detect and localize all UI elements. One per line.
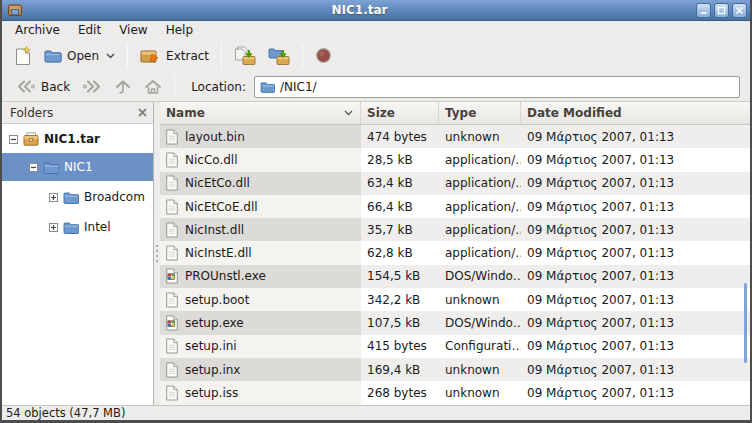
sidebar-title: Folders [10, 106, 53, 120]
column-header-size-label: Size [367, 106, 395, 120]
file-name-cell: NicInst.dll [160, 218, 361, 241]
open-folder-icon [44, 49, 62, 63]
tree-item-label: NIC1 [64, 160, 93, 174]
table-row[interactable]: setup.boot 342,2 kB unknown 09 Μάρτιος 2… [160, 288, 750, 311]
titlebar[interactable]: NIC1.tar [2, 0, 750, 21]
toolbar: Open Extract [2, 39, 750, 72]
file-name-cell: NicCo.dll [160, 148, 361, 171]
file-size: 66,4 kB [361, 195, 439, 218]
menu-help[interactable]: Help [157, 22, 202, 38]
table-row[interactable]: NicEtCoE.dll 66,4 kB application/… 09 Μά… [160, 195, 750, 218]
statusbar: 54 objects (47,7 MB) [2, 405, 750, 420]
sidebar-header: Folders [2, 102, 153, 124]
table-row[interactable]: NicInst.dll 35,7 kB application/… 09 Μάρ… [160, 218, 750, 241]
expand-expander-icon[interactable] [49, 223, 58, 232]
add-files-icon [234, 46, 256, 65]
table-row[interactable]: setup.ini 415 bytes Configurati… 09 Μάρτ… [160, 335, 750, 358]
table-row[interactable]: NicInstE.dll 62,8 kB application/… 09 Μά… [160, 241, 750, 264]
file-name: NicInst.dll [185, 223, 244, 237]
file-date: 09 Μάρτιος 2007, 01:13 [521, 195, 750, 218]
column-header-type-label: Type [445, 106, 476, 120]
column-header-size[interactable]: Size [361, 102, 439, 125]
file-type: Configurati… [439, 335, 521, 358]
minimize-button[interactable] [696, 3, 711, 18]
table-row[interactable]: setup.inx 169,4 kB unknown 09 Μάρτιος 20… [160, 358, 750, 381]
expand-expander-icon[interactable] [49, 193, 58, 202]
vertical-scrollbar[interactable] [744, 283, 747, 363]
file-icon [165, 222, 179, 238]
table-row[interactable]: NicEtCo.dll 63,4 kB application/… 09 Μάρ… [160, 172, 750, 195]
file-name-cell: layout.bin [160, 125, 361, 148]
file-name: setup.boot [185, 293, 249, 307]
new-archive-button[interactable] [9, 43, 38, 69]
up-button[interactable] [108, 76, 138, 98]
tree-item-intel[interactable]: Intel [2, 214, 153, 240]
file-date: 09 Μάρτιος 2007, 01:13 [521, 125, 750, 148]
back-button[interactable]: Back [10, 76, 76, 97]
executable-file-icon [165, 268, 179, 284]
file-list: Name Size Type Date Modified [160, 102, 750, 405]
folder-tree: NIC1.tar NIC1 [2, 124, 153, 405]
file-name: NicEtCoE.dll [185, 200, 258, 214]
column-header-name[interactable]: Name [160, 102, 361, 125]
collapse-expander-icon[interactable] [9, 135, 18, 144]
close-sidebar-icon[interactable] [138, 108, 147, 117]
column-header-date[interactable]: Date Modified [521, 102, 750, 125]
file-icon [165, 292, 179, 308]
open-button-label: Open [67, 49, 99, 63]
file-date: 09 Μάρτιος 2007, 01:13 [521, 358, 750, 381]
tree-item-nic1-tar[interactable]: NIC1.tar [2, 126, 153, 152]
extract-button-label: Extract [166, 49, 209, 63]
file-name-cell: NicEtCo.dll [160, 172, 361, 195]
menu-view[interactable]: View [110, 22, 156, 38]
file-icon [165, 385, 179, 401]
forward-button[interactable] [76, 76, 108, 97]
archive-icon [23, 132, 39, 146]
file-size: 154,5 kB [361, 265, 439, 288]
tree-item-nic1[interactable]: NIC1 [2, 153, 153, 181]
sort-chevron-down-icon [344, 110, 353, 116]
new-archive-icon [15, 46, 32, 66]
file-date: 09 Μάρτιος 2007, 01:13 [521, 265, 750, 288]
column-header-date-label: Date Modified [527, 106, 622, 120]
stop-button[interactable] [309, 44, 338, 67]
column-header-type[interactable]: Type [439, 102, 521, 125]
file-icon [165, 199, 179, 215]
menu-edit[interactable]: Edit [69, 22, 110, 38]
file-size: 415 bytes [361, 335, 439, 358]
add-folder-icon [268, 46, 290, 65]
file-type: DOS/Windo… [439, 265, 521, 288]
main-area: Folders NIC1.tar [2, 102, 750, 405]
table-row[interactable]: NicCo.dll 28,5 kB application/… 09 Μάρτι… [160, 148, 750, 171]
file-type: application/… [439, 241, 521, 264]
file-name-cell: setup.ini [160, 335, 361, 358]
file-name: NicCo.dll [185, 153, 238, 167]
file-icon [165, 245, 179, 261]
executable-file-icon [165, 315, 179, 331]
file-date: 09 Μάρτιος 2007, 01:13 [521, 381, 750, 404]
file-date: 09 Μάρτιος 2007, 01:13 [521, 148, 750, 171]
status-text: 54 objects (47,7 MB) [6, 406, 125, 420]
close-button[interactable] [732, 3, 747, 18]
add-folder-button[interactable] [262, 43, 296, 68]
archive-manager-window: NIC1.tar Archive Edit View Help [0, 0, 752, 423]
table-row[interactable]: setup.exe 107,5 kB DOS/Windo… 09 Μάρτιος… [160, 311, 750, 334]
collapse-expander-icon[interactable] [29, 163, 38, 172]
file-date: 09 Μάρτιος 2007, 01:13 [521, 288, 750, 311]
table-row[interactable]: layout.bin 474 bytes unknown 09 Μάρτιος … [160, 125, 750, 148]
home-button[interactable] [138, 76, 168, 98]
table-row[interactable]: setup.iss 268 bytes unknown 09 Μάρτιος 2… [160, 381, 750, 404]
menu-archive[interactable]: Archive [6, 22, 69, 38]
extract-button[interactable]: Extract [134, 44, 215, 67]
add-files-button[interactable] [228, 43, 262, 68]
table-row[interactable]: PROUnstl.exe 154,5 kB DOS/Windo… 09 Μάρτ… [160, 265, 750, 288]
maximize-button[interactable] [714, 3, 729, 18]
file-name-cell: PROUnstl.exe [160, 265, 361, 288]
location-input[interactable]: /NIC1/ [254, 76, 740, 98]
toolbar-separator [302, 44, 303, 68]
file-name-cell: setup.inx [160, 358, 361, 381]
open-button[interactable]: Open [38, 46, 121, 66]
file-name-cell: setup.iss [160, 381, 361, 404]
tree-item-broadcom[interactable]: Broadcom [2, 184, 153, 210]
file-name: setup.ini [185, 339, 237, 353]
